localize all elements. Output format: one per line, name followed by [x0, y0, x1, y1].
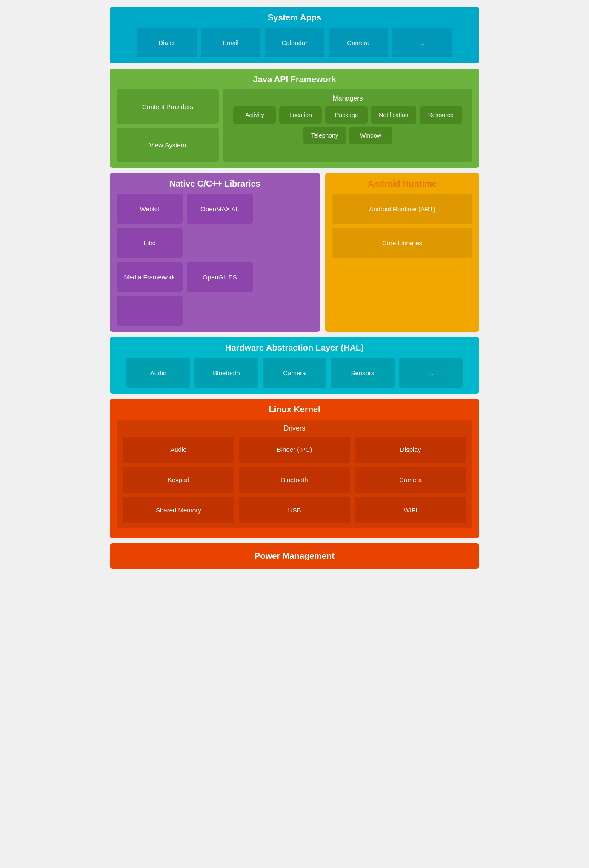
driver-item: Binder (IPC): [239, 437, 351, 463]
native-item: Media Framework: [117, 262, 183, 292]
runtime-item: Core Libraries: [332, 228, 472, 258]
drivers-title: Drivers: [123, 425, 466, 432]
java-api-left: Content Providers View System: [117, 89, 219, 162]
manager-item: Window: [349, 127, 392, 144]
native-item: Libc: [117, 228, 183, 258]
native-row1: WebkitOpenMAX ALLibc: [117, 194, 313, 258]
runtime-items: Android Runtime (ART)Core Libraries: [332, 194, 472, 258]
manager-item: Package: [325, 106, 368, 124]
system-app-item: Calendar: [265, 28, 324, 57]
hal-item: Camera: [263, 358, 326, 388]
system-apps-items: DialerEmailCalendarCamera...: [117, 28, 472, 57]
view-system-box: View System: [117, 128, 219, 162]
hal-layer: Hardware Abstraction Layer (HAL) AudioBl…: [110, 337, 479, 394]
native-item: Webkit: [117, 194, 183, 224]
system-app-item: Dialer: [137, 28, 197, 57]
native-item: OpenMAX AL: [187, 194, 253, 224]
hal-item: Bluetooth: [194, 358, 258, 388]
manager-item: Telephony: [303, 127, 346, 144]
driver-item: Keypad: [123, 467, 234, 493]
native-item: OpenGL ES: [187, 262, 253, 292]
manager-item: Notification: [371, 106, 416, 124]
hal-item: Audio: [126, 358, 190, 388]
driver-item: USB: [239, 497, 351, 523]
managers-title: Managers: [228, 95, 467, 102]
driver-item: Display: [355, 437, 466, 463]
native-layer: Native C/C++ Libraries WebkitOpenMAX ALL…: [110, 173, 320, 332]
kernel-title: Linux Kernel: [117, 405, 472, 414]
runtime-title: Android Runtime: [332, 179, 472, 189]
hal-item: ...: [399, 358, 463, 388]
system-app-item: ...: [392, 28, 452, 57]
hal-title: Hardware Abstraction Layer (HAL): [117, 343, 472, 353]
managers-section: Managers ActivityLocationPackageNotifica…: [223, 89, 472, 162]
drivers-box: Drivers AudioBinder (IPC)DisplayKeypadBl…: [117, 420, 472, 528]
system-apps-layer: System Apps DialerEmailCalendarCamera...: [110, 7, 479, 63]
power-layer: Power Management: [110, 543, 479, 569]
java-api-inner: Content Providers View System Managers A…: [117, 89, 472, 162]
native-item: ...: [117, 296, 183, 326]
hal-items: AudioBluetoothCameraSensors...: [117, 358, 472, 388]
system-app-item: Email: [201, 28, 260, 57]
drivers-grid: AudioBinder (IPC)DisplayKeypadBluetoothC…: [123, 437, 466, 523]
native-row2: Media FrameworkOpenGL ES...: [117, 262, 313, 326]
system-app-item: Camera: [329, 28, 388, 57]
runtime-layer: Android Runtime Android Runtime (ART)Cor…: [325, 173, 479, 332]
driver-item: WIFI: [355, 497, 466, 523]
system-apps-title: System Apps: [117, 13, 472, 23]
native-title: Native C/C++ Libraries: [117, 179, 313, 189]
hal-item: Sensors: [331, 358, 395, 388]
driver-item: Camera: [355, 467, 466, 493]
content-providers-box: Content Providers: [117, 89, 219, 124]
java-api-title: Java API Framework: [117, 75, 472, 84]
driver-item: Bluetooth: [239, 467, 351, 493]
runtime-item: Android Runtime (ART): [332, 194, 472, 224]
driver-item: Shared Memory: [123, 497, 234, 523]
driver-item: Audio: [123, 437, 234, 463]
manager-item: Location: [279, 106, 322, 124]
native-runtime-row: Native C/C++ Libraries WebkitOpenMAX ALL…: [110, 173, 479, 332]
power-title: Power Management: [117, 551, 472, 561]
manager-item: Resource: [420, 106, 462, 124]
kernel-layer: Linux Kernel Drivers AudioBinder (IPC)Di…: [110, 399, 479, 538]
manager-item: Activity: [233, 106, 276, 124]
java-api-layer: Java API Framework Content Providers Vie…: [110, 69, 479, 168]
managers-grid: ActivityLocationPackageNotificationResou…: [228, 106, 467, 144]
